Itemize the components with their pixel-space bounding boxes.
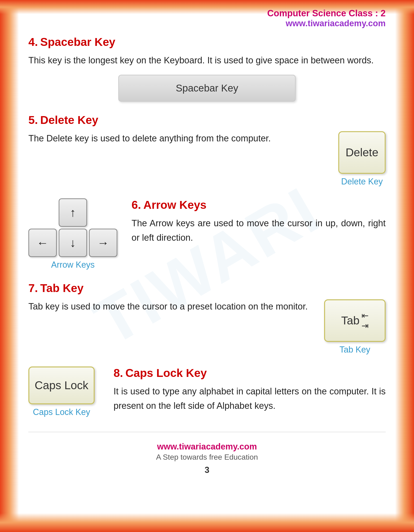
arrow-right-key: →	[89, 229, 117, 257]
footer-page-number: 3	[29, 465, 385, 475]
arrow-title: Arrow Keys	[143, 198, 207, 211]
section-capslock: Caps Lock Caps Lock Key 8. Caps Lock Key…	[29, 367, 385, 420]
section-tab: 7. Tab Key Tab key is used to move the c…	[29, 282, 385, 355]
capslock-heading: 8. Caps Lock Key	[114, 367, 385, 380]
capslock-key-caption: Caps Lock Key	[29, 407, 95, 417]
arrow-keys-caption: Arrow Keys	[29, 260, 117, 270]
delete-key-visual: Delete	[338, 131, 385, 174]
arrow-grid: ↑ ← ↓ →	[29, 198, 117, 257]
section-delete: 5. Delete Key The Delete key is used to …	[29, 114, 385, 187]
tab-arrow-left: ⇤	[361, 310, 369, 321]
tab-key-label: Tab	[341, 314, 359, 327]
spacebar-key-visual: Spacebar Key	[118, 75, 296, 102]
footer-tagline: A Step towards free Education	[29, 453, 385, 462]
capslock-body: It is used to type any alphabet in capit…	[114, 384, 385, 413]
delete-title: Delete Key	[40, 114, 98, 126]
tab-key-caption: Tab Key	[324, 345, 385, 355]
page-header: Computer Science Class : 2 www.tiwariaca…	[29, 5, 385, 36]
delete-layout: The Delete key is used to delete anythin…	[29, 131, 385, 187]
bg-decoration-bottom	[0, 513, 414, 532]
tab-title: Tab Key	[40, 282, 84, 294]
tab-num: 7.	[29, 282, 38, 294]
delete-key-caption: Delete Key	[338, 177, 385, 187]
page-footer: www.tiwariacademy.com A Step towards fre…	[29, 432, 385, 480]
tab-key-visual: Tab ⇤ ⇥	[324, 299, 385, 342]
arrow-down-key: ↓	[59, 229, 87, 257]
arrow-up-key: ↑	[59, 198, 87, 227]
spacebar-num: 4.	[29, 36, 38, 48]
capslock-key-visual: Caps Lock	[29, 367, 95, 404]
tab-heading: 7. Tab Key	[29, 282, 385, 294]
arrow-num: 6.	[132, 198, 141, 211]
capslock-text-col: 8. Caps Lock Key It is used to type any …	[114, 367, 385, 420]
spacebar-title: Spacebar Key	[40, 36, 116, 48]
capslock-num: 8.	[114, 367, 123, 380]
arrow-layout: ↑ ← ↓ → Arrow Keys 6. Arrow Keys The Arr…	[29, 198, 385, 270]
spacebar-body: This key is the longest key on the Keybo…	[29, 53, 385, 68]
tab-arrow-right: ⇥	[361, 321, 369, 331]
arrow-left-key: ←	[29, 229, 57, 257]
tab-layout: Tab key is used to move the cursor to a …	[29, 299, 385, 355]
arrow-body: The Arrow keys are used to move the curs…	[132, 216, 385, 245]
capslock-key-col: Caps Lock Caps Lock Key	[29, 367, 95, 417]
capslock-title: Caps Lock Key	[125, 367, 207, 380]
page-content: Computer Science Class : 2 www.tiwariaca…	[0, 0, 414, 504]
spacebar-key-label: Spacebar Key	[176, 83, 238, 94]
delete-key-col: Delete Delete Key	[338, 131, 385, 187]
capslock-key-label: Caps Lock	[35, 379, 88, 392]
tab-body: Tab key is used to move the cursor to a …	[29, 299, 310, 314]
section-spacebar: 4. Spacebar Key This key is the longest …	[29, 36, 385, 102]
arrow-text-col: 6. Arrow Keys The Arrow keys are used to…	[132, 198, 385, 252]
spacebar-heading: 4. Spacebar Key	[29, 36, 385, 48]
tab-arrows-icon: ⇤ ⇥	[361, 310, 369, 331]
section-arrow: ↑ ← ↓ → Arrow Keys 6. Arrow Keys The Arr…	[29, 198, 385, 270]
arrow-heading: 6. Arrow Keys	[132, 198, 385, 211]
footer-url: www.tiwariacademy.com	[29, 442, 385, 452]
delete-body: The Delete key is used to delete anythin…	[29, 131, 324, 146]
header-url: www.tiwariacademy.com	[29, 19, 385, 28]
delete-text-col: The Delete key is used to delete anythin…	[29, 131, 338, 153]
delete-heading: 5. Delete Key	[29, 114, 385, 126]
delete-key-label: Delete	[346, 146, 378, 159]
header-title: Computer Science Class : 2	[29, 8, 385, 19]
delete-num: 5.	[29, 114, 38, 126]
arrow-keys-visual: ↑ ← ↓ → Arrow Keys	[29, 198, 117, 270]
tab-text-col: Tab key is used to move the cursor to a …	[29, 299, 324, 321]
tab-key-col: Tab ⇤ ⇥ Tab Key	[324, 299, 385, 355]
capslock-layout: Caps Lock Caps Lock Key 8. Caps Lock Key…	[29, 367, 385, 420]
